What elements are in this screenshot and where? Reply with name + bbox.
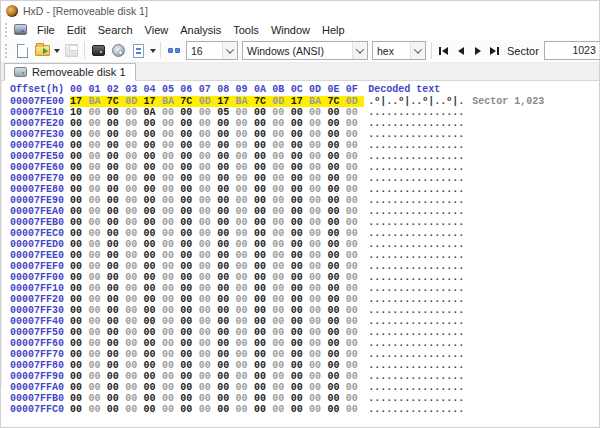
byte-cell[interactable]: BA	[162, 96, 180, 107]
byte-cell[interactable]: 00	[272, 305, 290, 316]
byte-cell[interactable]: 00	[291, 316, 309, 327]
row-decoded-text[interactable]: ................	[368, 173, 468, 184]
byte-cell[interactable]: 00	[254, 250, 272, 261]
byte-cell[interactable]: 00	[272, 184, 290, 195]
byte-cell[interactable]: 00	[88, 338, 106, 349]
byte-cell[interactable]: 00	[180, 206, 198, 217]
byte-cell[interactable]: 00	[236, 118, 254, 129]
byte-cell[interactable]: 00	[309, 129, 327, 140]
byte-cell[interactable]: 00	[144, 327, 162, 338]
byte-cell[interactable]: 00	[88, 162, 106, 173]
byte-cell[interactable]: 00	[88, 184, 106, 195]
byte-cell[interactable]: 00	[88, 261, 106, 272]
byte-cell[interactable]: 00	[291, 140, 309, 151]
byte-cell[interactable]: 00	[88, 228, 106, 239]
byte-cell[interactable]: 00	[107, 294, 125, 305]
byte-cell[interactable]: 17	[291, 96, 309, 107]
byte-cell[interactable]: 00	[180, 217, 198, 228]
byte-cell[interactable]: 00	[180, 261, 198, 272]
byte-cell[interactable]: 00	[162, 360, 180, 371]
byte-cell[interactable]: 00	[327, 404, 345, 415]
byte-cell[interactable]: 00	[180, 305, 198, 316]
byte-cell[interactable]: 00	[199, 349, 217, 360]
row-decoded-text[interactable]: ................	[368, 118, 468, 129]
byte-cell[interactable]: 00	[309, 195, 327, 206]
row-decoded-text[interactable]: ................	[368, 107, 468, 118]
byte-cell[interactable]: 00	[217, 327, 235, 338]
byte-cell[interactable]: 00	[107, 228, 125, 239]
menu-view[interactable]: View	[139, 22, 175, 38]
byte-cell[interactable]: 0D	[272, 96, 290, 107]
byte-cell[interactable]: 00	[180, 272, 198, 283]
byte-cell[interactable]: 00	[162, 118, 180, 129]
byte-cell[interactable]: 00	[346, 305, 364, 316]
byte-cell[interactable]: 00	[88, 151, 106, 162]
byte-cell[interactable]: 00	[162, 316, 180, 327]
byte-cell[interactable]: 00	[272, 228, 290, 239]
row-decoded-text[interactable]: ................	[368, 327, 468, 338]
byte-cell[interactable]: 00	[107, 118, 125, 129]
byte-cell[interactable]: 00	[144, 228, 162, 239]
byte-cell[interactable]: 00	[88, 327, 106, 338]
row-decoded-text[interactable]: ................	[368, 294, 468, 305]
byte-cell[interactable]: 00	[107, 272, 125, 283]
row-decoded-text[interactable]: ................	[368, 316, 468, 327]
byte-cell[interactable]: 00	[144, 261, 162, 272]
byte-cell[interactable]: 00	[217, 294, 235, 305]
byte-cell[interactable]: 00	[107, 349, 125, 360]
byte-cell[interactable]: 00	[309, 360, 327, 371]
byte-cell[interactable]: 00	[180, 316, 198, 327]
byte-cell[interactable]: 00	[272, 250, 290, 261]
byte-cell[interactable]: 00	[254, 195, 272, 206]
byte-cell[interactable]: 00	[217, 206, 235, 217]
byte-cell[interactable]: 00	[199, 162, 217, 173]
byte-cell[interactable]: 00	[199, 294, 217, 305]
byte-cell[interactable]: 00	[217, 140, 235, 151]
byte-cell[interactable]: 00	[70, 349, 88, 360]
byte-cell[interactable]: 00	[309, 294, 327, 305]
byte-cell[interactable]: 00	[162, 250, 180, 261]
byte-cell[interactable]: 00	[107, 250, 125, 261]
byte-cell[interactable]: 17	[217, 96, 235, 107]
byte-cell[interactable]: 00	[346, 173, 364, 184]
byte-cell[interactable]: 00	[291, 162, 309, 173]
byte-cell[interactable]: 00	[327, 162, 345, 173]
row-decoded-text[interactable]: ................	[368, 129, 468, 140]
byte-cell[interactable]: 00	[107, 305, 125, 316]
byte-cell[interactable]: 00	[236, 151, 254, 162]
byte-cell[interactable]: 00	[291, 228, 309, 239]
byte-cell[interactable]: 00	[162, 151, 180, 162]
nav-last-button[interactable]	[486, 41, 503, 61]
menu-search[interactable]: Search	[92, 22, 139, 38]
byte-cell[interactable]: 00	[346, 217, 364, 228]
byte-cell[interactable]: 00	[199, 261, 217, 272]
byte-cell[interactable]: 00	[217, 228, 235, 239]
byte-cell[interactable]: 00	[107, 195, 125, 206]
byte-cell[interactable]: 00	[254, 338, 272, 349]
byte-cell[interactable]: 00	[272, 294, 290, 305]
byte-cell[interactable]: 00	[162, 349, 180, 360]
byte-cell[interactable]: 00	[327, 107, 345, 118]
menu-tools[interactable]: Tools	[227, 22, 265, 38]
byte-cell[interactable]: 00	[346, 195, 364, 206]
byte-cell[interactable]: 00	[254, 129, 272, 140]
byte-cell[interactable]: 00	[125, 228, 143, 239]
byte-cell[interactable]: 00	[70, 195, 88, 206]
byte-cell[interactable]: 00	[125, 129, 143, 140]
byte-cell[interactable]: 00	[309, 327, 327, 338]
byte-cell[interactable]: 00	[291, 261, 309, 272]
byte-cell[interactable]: 00	[88, 239, 106, 250]
byte-cell[interactable]: 00	[309, 261, 327, 272]
byte-cell[interactable]: 7C	[107, 96, 125, 107]
byte-cell[interactable]: 00	[327, 228, 345, 239]
byte-cell[interactable]: 00	[180, 250, 198, 261]
row-decoded-text[interactable]: ................	[368, 206, 468, 217]
byte-cell[interactable]: 00	[291, 239, 309, 250]
byte-cell[interactable]: 00	[162, 107, 180, 118]
byte-cell[interactable]: 00	[88, 107, 106, 118]
byte-cell[interactable]: 00	[254, 261, 272, 272]
byte-cell[interactable]: 00	[180, 118, 198, 129]
byte-cell[interactable]: 0D	[125, 96, 143, 107]
byte-cell[interactable]: 00	[272, 393, 290, 404]
byte-cell[interactable]: 00	[217, 272, 235, 283]
